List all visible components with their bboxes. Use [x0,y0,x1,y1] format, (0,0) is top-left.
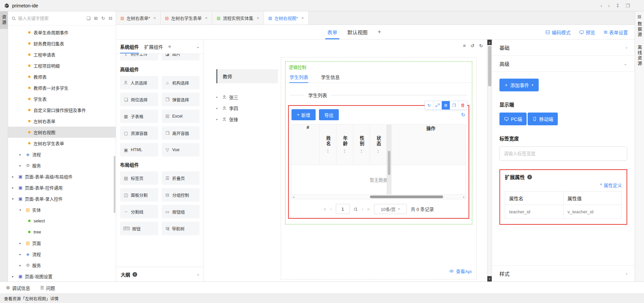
caret-down-icon[interactable]: ▾ [19,208,25,212]
close-tab-icon[interactable]: × [257,15,259,20]
grid-horizontal-scrollbar-thumb[interactable] [370,196,443,198]
caret-right-icon[interactable]: ▸ [12,275,17,278]
tree-item[interactable]: ▸◈流程 [8,149,116,160]
caret-right-icon[interactable]: ▸ [216,95,220,99]
grid-column-age[interactable]: 年龄▲▼ [336,125,353,165]
tree-item[interactable]: ▾▣页面-表单-录入控件 [8,193,116,204]
palette-item-html[interactable]: ▣HTML [120,143,158,157]
tree-item[interactable]: 工程项目明细 [8,60,116,71]
new-folder-icon[interactable]: ⊞ [94,16,98,21]
palette-item-subtable[interactable]: ▦子表格 [120,110,158,123]
scroll-down-button[interactable]: ▼ [487,276,492,282]
tab-student-list[interactable]: 学生列表 [289,71,308,83]
add-property-link[interactable]: + 属性定义 [505,182,622,188]
tree-item[interactable]: tree [8,226,116,237]
history-forward-icon[interactable]: › [608,3,610,8]
tree-item[interactable]: ▸⚙服务 [8,160,116,171]
tree-item[interactable]: ▸⚙服务 [8,260,116,271]
last-page-button[interactable]: » [367,206,370,212]
datasource-icon[interactable]: ▤ [638,14,641,19]
palette-item-image[interactable]: ◪图片 [162,54,200,60]
palette-menu-icon[interactable]: ≡ [168,44,171,49]
collapse-all-icon[interactable]: ⊟ [109,16,112,21]
sync-icon[interactable]: ↻ [425,101,433,110]
resources-rail-tab[interactable]: 资源 [0,11,8,29]
caret-right-icon[interactable]: ▸ [12,186,17,189]
palette-item-attachment-upload[interactable]: ↥附件上传 [120,54,158,60]
tab-form[interactable]: 表单 [327,25,337,39]
add-row-button[interactable]: +新增 [291,109,316,120]
tree-item[interactable]: 左树右学生表单 [8,138,116,149]
palette-collapse-icon[interactable]: ⌄ [196,44,200,49]
design-canvas[interactable]: ≡ ↺ ↻ 教师 ▸张三 ▸李四 ▸张锋 逻辑 [204,40,487,282]
palette-item-org-select[interactable]: ⌂机构选择 [162,76,200,89]
teacher-tree-header[interactable]: 教师 [216,69,278,83]
tree-item[interactable]: 学生表 [8,93,116,104]
delete-icon[interactable] [459,101,467,110]
canvas-scrollbar-thumb[interactable] [488,46,491,86]
tree-item[interactable]: 教师表一对多学生 [8,82,116,93]
add-event-button[interactable]: + 添加事件 ▾ [499,79,539,91]
problems-tab[interactable]: ☰ 问题 [40,285,55,291]
page-size-select[interactable]: 10条/页▾ [374,204,407,214]
undo-icon[interactable]: ↺ [471,43,475,48]
grid-vertical-scrollbar-thumb[interactable] [388,151,390,175]
panel-scrollbar-thumb[interactable] [114,156,115,213]
outline-section[interactable]: 大纲 i › [116,267,204,282]
grid-refresh-icon[interactable]: ↻ [461,112,466,118]
prev-page-button[interactable]: ‹ [330,206,332,212]
refresh-tree-icon[interactable]: ↻ [101,16,105,21]
sort-icons[interactable]: ▲▼ [360,149,363,154]
caret-right-icon[interactable]: ▸ [12,175,17,178]
palette-item-popup-select[interactable]: ❐弹窗选择 [162,93,200,106]
tree-item[interactable]: ▸▣页面-表单-高级/布局组件 [8,171,116,182]
debug-info-tab[interactable]: ⚙ 调试信息 [6,285,30,291]
tree-item[interactable]: ▸◈流程 [8,249,116,260]
scroll-right-icon[interactable]: ▸ [463,196,465,199]
history-back-icon[interactable]: ‹ [600,3,602,8]
sort-icons[interactable]: ▲▼ [343,149,346,154]
grid-column-status[interactable]: 状态▲▼ [370,125,387,165]
caret-right-icon[interactable]: ▸ [19,153,25,156]
caret-right-icon[interactable]: ▸ [19,253,25,256]
tree-item[interactable]: ▸▣页面-视图设置 [8,271,116,282]
redo-icon[interactable]: ↻ [479,43,483,48]
component-settings-icon[interactable]: ⚙ [442,101,450,110]
palette-item-resource-container[interactable]: ▢资源容器 [120,126,158,140]
restore-window-icon[interactable]: ❐ [626,3,630,8]
close-tab-icon[interactable]: × [301,15,304,20]
code-mode-button[interactable]: 编码模式 [545,29,571,36]
grid-horizontal-scrollbar[interactable]: ◂ ▸ [292,194,466,199]
caret-down-icon[interactable]: ▾ [12,197,17,201]
tree-item[interactable]: 左树右表单 [8,116,116,127]
tab-student-info[interactable]: 学生信息 [321,71,340,83]
grid-column-gender[interactable]: 性别▲▼ [353,125,370,165]
teacher-tree-node[interactable]: ▸张锋 [216,114,278,125]
datasource-rail-tab[interactable]: 数据源 [636,21,643,38]
section-style[interactable]: 样式 › [492,265,635,282]
caret-right-icon[interactable]: ▸ [19,264,25,267]
tree-item[interactable]: ▸▣页面-表单-控件通用 [8,182,116,193]
palette-item-collapse[interactable]: ☰折叠页 [162,171,200,185]
section-advanced[interactable]: 高级 ⌄ [492,56,635,72]
export-button[interactable]: 导出 [319,109,339,120]
tab-default-view[interactable]: 默认视图 [347,25,368,39]
link-icon[interactable] [433,101,442,110]
palette-item-group-control[interactable]: ⊟分组控制 [162,188,200,202]
palette-item-panel-split[interactable]: ◫面板分割 [120,188,158,202]
tree-item[interactable]: 财务费用归集表 [8,38,116,49]
editor-tab[interactable]: ▤ 流程实例实体集 × [212,11,264,25]
form-design-area[interactable]: 逻辑控制 学生列表 学生信息 学生列表 ↻ ⚙ [281,57,477,279]
selected-grid-component[interactable]: ↻ ⚙ ❐ +新增 导出 ↻ [288,105,469,219]
tab-system-components[interactable]: 系统组件 [120,40,139,53]
sort-icons[interactable]: ▲▼ [377,149,379,154]
palette-item-tabs[interactable]: ▤标签页 [120,171,158,185]
tree-item[interactable]: ▾▤实体 [8,204,116,215]
property-value-cell[interactable]: v_teacher_id [564,205,622,218]
grid-vertical-scrollbar[interactable] [387,125,391,194]
offline-resources-rail-tab[interactable]: 离线资源 [636,45,643,67]
grid-column-name[interactable]: 姓名▲▼ [320,125,336,165]
import-resource-icon[interactable]: ❏ [87,16,91,21]
next-page-button[interactable]: › [362,206,363,212]
close-tab-icon[interactable]: × [153,15,156,20]
